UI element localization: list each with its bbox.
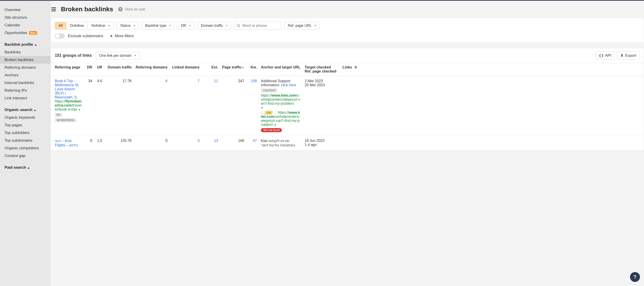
sidebar-item-anchors[interactable]: Anchors (0, 71, 50, 79)
col-dates[interactable]: Target checked Ref. page checked (300, 65, 337, 73)
cell-linked-domains[interactable]: 3 (168, 139, 200, 143)
sidebar-section-backlink-profile[interactable]: Backlink profile (0, 41, 50, 48)
filter-status[interactable]: Status (117, 22, 138, 29)
referring-page-title[interactable]: קיווי – Kiwi Flights – טלפון (55, 139, 83, 147)
sidebar-item-top-subdomains[interactable]: Top subdomains (0, 137, 50, 144)
target-checked-date: 19 Jun 2023 (305, 139, 337, 143)
download-icon: ⬇ (620, 53, 624, 58)
sidebar-item-content-gap[interactable]: Content gap (0, 152, 50, 160)
cell-referring-domains: 0 (132, 139, 168, 143)
col-ref-checked-label: Ref. page checked (305, 69, 337, 73)
table-row: Book A Trip - MidAmerica St. Louis Airpo… (51, 76, 644, 136)
target-url[interactable]: https://www.kiwi.com/us/helpcenter/categ… (261, 93, 300, 110)
seg-nofollow[interactable]: Nofollow (88, 22, 114, 29)
col-referring-page[interactable]: Referring page (55, 65, 83, 73)
sidebar-item-backlinks[interactable]: Backlinks (0, 48, 50, 56)
how-to-use-link[interactable]: ? How to use (118, 7, 145, 12)
cell-ext[interactable]: 11 (200, 79, 218, 83)
cell-referring-domains[interactable]: 6 (132, 79, 168, 83)
seg-all[interactable]: All (55, 22, 66, 29)
group-count: 151 groups of links (55, 53, 92, 58)
sidebar-item-organic-competitors[interactable]: Organic competitors (0, 144, 50, 152)
cell-dr: 34 (83, 79, 92, 83)
error-tag: 404 not found (261, 128, 282, 132)
sidebar-item-top-pages[interactable]: Top pages (0, 121, 50, 129)
sidebar-item-label: Opportunities (4, 31, 27, 35)
sidebar: Overview Site structure Calendar Opportu… (0, 1, 50, 286)
api-label: API (605, 53, 611, 58)
link-mode-dropdown[interactable]: One link per domain (96, 52, 140, 59)
help-fab[interactable]: ? (630, 272, 640, 282)
seg-dofollow[interactable]: Dofollow (66, 22, 88, 29)
table-header: Referring page DR UR Domain traffic Refe… (51, 63, 644, 76)
col-ur[interactable]: UR (92, 65, 102, 73)
sidebar-section-paid-search[interactable]: Paid search (0, 164, 50, 171)
col-links[interactable]: Links (337, 65, 352, 73)
api-button[interactable]: { } API (596, 51, 614, 60)
cell-kw[interactable]: 109 (244, 79, 257, 83)
chevron-down-icon[interactable]: ▼ (274, 124, 276, 126)
sidebar-section-organic-search[interactable]: Organic search (0, 106, 50, 114)
platform-tag: WORDPRESS (55, 118, 76, 122)
search-box[interactable] (234, 22, 281, 30)
sidebar-item-calendar[interactable]: Calendar (0, 21, 50, 29)
cell-dr: 8 (83, 139, 92, 143)
anchor-link[interactable]: click here (281, 83, 296, 87)
search-icon (237, 24, 240, 27)
cell-linked-domains[interactable]: 7 (168, 79, 200, 83)
sidebar-item-opportunities[interactable]: Opportunities New (0, 29, 50, 37)
col-ext[interactable]: Ext. (200, 65, 218, 73)
col-kw[interactable]: Kw. (244, 65, 257, 73)
sidebar-item-site-structure[interactable]: Site structure (0, 14, 50, 21)
how-to-use-label: How to use (125, 7, 145, 12)
sidebar-item-top-subfolders[interactable]: Top subfolders (0, 129, 50, 137)
col-page-traffic[interactable]: Page traffic (218, 65, 244, 73)
link-type-segmented: All Dofollow Nofollow (55, 22, 114, 29)
redirect-code-tag: 308 (264, 111, 272, 115)
export-button[interactable]: ⬇ Export (617, 51, 640, 60)
search-input[interactable] (240, 22, 279, 29)
col-ir[interactable]: Ir (352, 65, 359, 73)
hamburger-icon[interactable] (50, 6, 56, 12)
arrow-icon: → (274, 111, 277, 114)
col-domain-traffic[interactable]: Domain traffic (102, 65, 132, 73)
sidebar-item-overview[interactable]: Overview (0, 6, 50, 14)
more-filters-label: More filters (115, 34, 134, 38)
lang-tag: EN (55, 113, 62, 117)
chevron-down-icon[interactable]: ▼ (261, 106, 263, 109)
filter-domain-traffic[interactable]: Domain traffic (198, 22, 231, 29)
cell-kw[interactable]: 47 (244, 139, 257, 143)
col-referring-domains[interactable]: Referring domains (132, 65, 168, 73)
help-icon: ? (118, 7, 123, 11)
referring-page-title[interactable]: Book A Trip - MidAmerica St. Louis Airpo… (55, 79, 83, 99)
filter-dr[interactable]: DR (178, 22, 194, 29)
cell-domain-traffic: 120.7K (102, 139, 132, 143)
ref-checked-date: 1 d ago (305, 143, 337, 147)
chevron-down-icon[interactable]: ▼ (78, 108, 81, 111)
sidebar-item-internal-backlinks[interactable]: Internal backlinks (0, 79, 50, 87)
col-linked-domains[interactable]: Linked domains (168, 65, 200, 73)
plus-icon: + (110, 33, 113, 39)
cell-ext[interactable]: 13 (200, 139, 218, 143)
braces-icon: { } (599, 53, 603, 58)
page-title: Broken backlinks (61, 6, 113, 13)
sidebar-item-referring-ips[interactable]: Referring IPs (0, 87, 50, 94)
col-dr[interactable]: DR (83, 65, 92, 73)
cell-page-traffic: 166 (218, 139, 244, 143)
sidebar-item-broken-backlinks[interactable]: Broken backlinks (0, 56, 50, 64)
exclude-subdomains-toggle[interactable] (55, 33, 65, 39)
sidebar-item-link-intersect[interactable]: Link intersect (0, 94, 50, 102)
col-anchor[interactable]: Anchor and target URL (257, 65, 300, 73)
url-prefix: https:// (55, 99, 66, 103)
sidebar-item-organic-keywords[interactable]: Organic keywords (0, 114, 50, 121)
url-prefix: https:// (278, 111, 289, 114)
main-content: Broken backlinks ? How to use All Dofoll… (50, 1, 644, 286)
referring-page-url[interactable]: https://flymidamerica.com/traveler/book-… (55, 99, 83, 111)
filter-ref-page-url[interactable]: Ref. page URL (284, 22, 320, 29)
filter-backlink-type[interactable]: Backlink type (142, 22, 174, 29)
cell-domain-traffic: 17.7K (102, 79, 132, 83)
new-badge: New (29, 31, 37, 35)
url-prefix: https:// (261, 93, 272, 97)
more-filters-button[interactable]: + More filters (110, 33, 134, 39)
sidebar-item-referring-domains[interactable]: Referring domains (0, 64, 50, 71)
